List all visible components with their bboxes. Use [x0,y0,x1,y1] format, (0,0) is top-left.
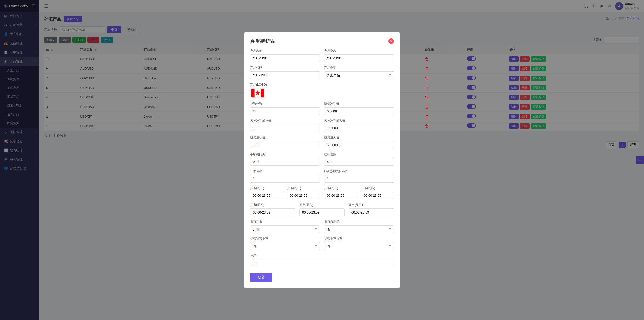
open-thu-input[interactable] [361,192,394,199]
open-tue-group: 开市(周二) [287,186,320,199]
modal-product-name-input[interactable] [250,54,320,62]
is-top-group: 是否置顶推荐 否 是 [250,237,320,250]
product-full-name-group: 产品全名 [324,49,394,62]
risk-min-group: 风控波动最小值 [250,119,320,132]
is-top-label: 是否置顶推荐 [250,237,320,241]
modal-close-button[interactable]: × [388,38,394,44]
modal: 新增/编辑产品 × 产品名称 产品全名 产品代码 产品类型 外汇产品 [244,32,400,288]
open-sat-input[interactable] [299,208,345,216]
product-code-group: 产品代码 [250,66,320,79]
spread-input[interactable] [324,175,394,183]
risk-max-input[interactable] [324,124,394,132]
form-row-4: 小数位数 随机波动值 [250,102,394,115]
lot-amount-label: 一手金额 [250,169,320,173]
invest-max-label: 投资最大值 [324,135,394,140]
canada-flag-svg [251,89,264,97]
invest-max-group: 投资最大值 [324,135,394,149]
random-fluctuation-group: 随机波动值 [324,102,394,115]
modal-header: 新增/编辑产品 × [250,38,394,44]
form-submit-row: 提交 [250,270,394,282]
submit-button[interactable]: 提交 [250,273,272,282]
product-logo-group: 产品(LOGO) [250,83,394,98]
open-mon-input[interactable] [250,192,283,199]
leverage-group: 杠杆倍数 [324,152,394,166]
open-wed-input[interactable] [324,192,357,199]
form-row-2: 产品代码 产品类型 外汇产品 加密货币 美股产品 期货产品 [250,66,394,79]
fee-ratio-group: 手续费比例 [250,152,320,166]
logo-preview[interactable] [250,88,265,98]
is-homepage-select[interactable]: 否 是 [324,242,394,250]
product-logo-label: 产品(LOGO) [250,83,394,87]
open-thu-label: 开市(周四) [361,186,394,190]
risk-max-label: 风控波动最大值 [324,119,394,123]
lot-amount-group: 一手金额 [250,169,320,183]
product-full-name-label: 产品全名 [324,49,394,53]
sort-label: 排序 [250,254,394,258]
open-sun-label: 开市(周日) [349,203,394,207]
form-row-days-1: 开市(周一) 开市(周二) 开市(周三) 开市(周四) [250,186,394,199]
open-tue-input[interactable] [287,192,320,199]
open-sun-group: 开市(周日) [349,203,394,216]
form-row-1: 产品名称 产品全名 [250,49,394,62]
is-self-coin-select[interactable]: 否 是 [324,225,394,233]
leverage-input[interactable] [324,158,394,166]
form-row-6: 投资最小值 投资最大值 [250,135,394,149]
fee-ratio-label: 手续费比例 [250,152,320,157]
random-fluctuation-label: 随机波动值 [324,102,394,106]
open-thu-group: 开市(周四) [361,186,394,199]
risk-min-input[interactable] [250,124,320,132]
modal-product-type-select[interactable]: 外汇产品 加密货币 美股产品 期货产品 [324,71,394,79]
sort-input[interactable] [250,259,394,267]
product-code-label: 产品代码 [250,66,320,70]
open-wed-group: 开市(周三) [324,186,357,199]
invest-min-group: 投资最小值 [250,135,320,149]
spread-group: (合约)涨跌点金额 [324,169,394,183]
lot-amount-input[interactable] [250,175,320,183]
random-fluctuation-input[interactable] [324,107,394,115]
form-row-days-2: 开市(周五) 开市(周六) 开市(周日) [250,203,394,216]
form-row-logo: 产品(LOGO) [250,83,394,98]
modal-title: 新增/编辑产品 [250,38,275,44]
is-open-group: 是否开市 开市 休市 [250,220,320,233]
is-self-coin-group: 是否自发币 否 是 [324,220,394,233]
form-row-8: 一手金额 (合约)涨跌点金额 [250,169,394,183]
is-homepage-group: 是否推荐首页 否 是 [324,237,394,250]
form-row-5: 风控波动最小值 风控波动最大值 [250,119,394,132]
open-sat-label: 开市(周六) [299,203,345,207]
form-row-7: 手续费比例 杠杆倍数 [250,152,394,166]
open-fri-input[interactable] [250,208,295,216]
open-wed-label: 开市(周三) [324,186,357,190]
is-top-select[interactable]: 否 是 [250,242,320,250]
open-mon-group: 开市(周一) [250,186,283,199]
risk-min-label: 风控波动最小值 [250,119,320,123]
sort-group: 排序 [250,254,394,267]
decimal-group: 小数位数 [250,102,320,115]
open-tue-label: 开市(周二) [287,186,320,190]
product-name-group: 产品名称 [250,49,320,62]
modal-product-full-name-input[interactable] [324,54,394,62]
open-sat-group: 开市(周六) [299,203,345,216]
modal-product-code-input[interactable] [250,71,320,79]
risk-max-group: 风控波动最大值 [324,119,394,132]
open-fri-label: 开市(周五) [250,203,295,207]
is-open-select[interactable]: 开市 休市 [250,225,320,233]
invest-min-input[interactable] [250,141,320,149]
invest-max-input[interactable] [324,141,394,149]
is-homepage-label: 是否推荐首页 [324,237,394,241]
product-type-label: 产品类型 [324,66,394,70]
decimal-input[interactable] [250,107,320,115]
invest-min-label: 投资最小值 [250,135,320,140]
decimal-label: 小数位数 [250,102,320,106]
modal-overlay: 新增/编辑产品 × 产品名称 产品全名 产品代码 产品类型 外汇产品 [0,0,644,320]
spread-label: (合约)涨跌点金额 [324,169,394,173]
form-row-11: 是否开市 开市 休市 是否自发币 否 是 [250,220,394,233]
form-row-sort: 排序 [250,254,394,267]
product-name-label: 产品名称 [250,49,320,53]
form-row-12: 是否置顶推荐 否 是 是否推荐首页 否 是 [250,237,394,250]
fee-ratio-input[interactable] [250,158,320,166]
is-open-label: 是否开市 [250,220,320,224]
open-fri-group: 开市(周五) [250,203,295,216]
leverage-label: 杠杆倍数 [324,152,394,157]
open-mon-label: 开市(周一) [250,186,283,190]
open-sun-input[interactable] [349,208,394,216]
